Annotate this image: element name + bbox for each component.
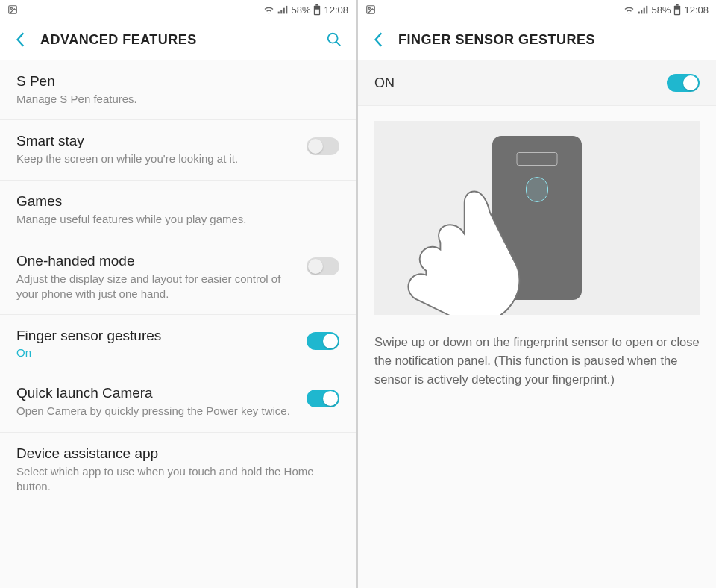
- svg-rect-15: [644, 7, 645, 13]
- wifi-icon: [263, 5, 274, 15]
- svg-point-1: [10, 7, 12, 9]
- search-button[interactable]: [323, 28, 345, 51]
- svg-point-9: [328, 34, 338, 43]
- item-title: Finger sensor gestures: [16, 328, 298, 344]
- svg-rect-16: [647, 5, 648, 13]
- item-title: Games: [16, 193, 330, 210]
- svg-rect-13: [638, 11, 640, 13]
- svg-rect-4: [283, 7, 285, 13]
- svg-rect-3: [281, 10, 283, 13]
- battery-percent: 58%: [651, 4, 671, 16]
- item-sub: Manage useful features while you play ga…: [16, 212, 330, 227]
- back-button[interactable]: [10, 29, 31, 50]
- item-sub: Adjust the display size and layout for e…: [16, 272, 298, 302]
- toggle-one-handed[interactable]: [307, 257, 339, 275]
- svg-rect-5: [286, 5, 288, 13]
- item-sub: Open Camera by quickly pressing the Powe…: [16, 404, 298, 419]
- svg-line-10: [336, 42, 341, 46]
- status-bar: 58% 12:08: [358, 0, 716, 19]
- battery-icon: [673, 4, 681, 16]
- item-s-pen[interactable]: S Pen Manage S Pen features.: [0, 60, 356, 120]
- screen-finger-sensor-gestures: 58% 12:08 FINGER SENSOR GESTURES ON S: [358, 0, 716, 588]
- gesture-description: Swipe up or down on the fingerprint sens…: [358, 322, 716, 398]
- status-bar: 58% 12:08: [0, 0, 356, 19]
- item-sub: Select which app to use when you touch a…: [16, 464, 330, 495]
- back-button[interactable]: [368, 29, 389, 50]
- item-one-handed-mode[interactable]: One-handed mode Adjust the display size …: [0, 240, 356, 316]
- item-sub: Manage S Pen features.: [16, 92, 330, 107]
- toggle-master[interactable]: [667, 74, 700, 92]
- picture-icon: [365, 4, 376, 15]
- master-toggle-row[interactable]: ON: [358, 60, 716, 106]
- header: ADVANCED FEATURES: [0, 19, 356, 60]
- header: FINGER SENSOR GESTURES: [358, 19, 716, 60]
- item-sub: Keep the screen on while you're looking …: [16, 151, 298, 166]
- item-title: Quick launch Camera: [16, 385, 298, 401]
- battery-icon: [313, 4, 321, 16]
- wifi-icon: [624, 5, 635, 15]
- signal-icon: [638, 5, 648, 15]
- picture-icon: [7, 4, 18, 15]
- svg-rect-2: [278, 11, 280, 13]
- svg-rect-19: [676, 9, 680, 13]
- svg-point-12: [368, 7, 370, 9]
- item-device-assistance-app[interactable]: Device assistance app Select which app t…: [0, 433, 356, 507]
- item-status: On: [16, 346, 298, 359]
- clock: 12:08: [324, 4, 348, 16]
- battery-percent: 58%: [291, 4, 310, 16]
- item-title: Device assistance app: [16, 445, 330, 462]
- detail-content: ON Swipe up or down on the fingerprint s…: [358, 60, 716, 588]
- item-quick-launch-camera[interactable]: Quick launch Camera Open Camera by quick…: [0, 372, 356, 432]
- on-label: ON: [374, 75, 667, 91]
- item-games[interactable]: Games Manage useful features while you p…: [0, 181, 356, 240]
- signal-icon: [277, 5, 288, 15]
- svg-rect-8: [315, 9, 320, 13]
- hand-icon: [389, 181, 531, 315]
- screen-advanced-features: 58% 12:08 ADVANCED FEATURES S Pen Manage…: [0, 0, 358, 588]
- page-title: FINGER SENSOR GESTURES: [398, 32, 706, 48]
- svg-rect-18: [676, 4, 679, 6]
- toggle-finger-sensor[interactable]: [307, 332, 339, 350]
- settings-list[interactable]: S Pen Manage S Pen features. Smart stay …: [0, 60, 356, 588]
- toggle-smart-stay[interactable]: [307, 137, 339, 155]
- page-title: ADVANCED FEATURES: [40, 32, 323, 48]
- item-title: Smart stay: [16, 133, 298, 149]
- item-title: One-handed mode: [16, 253, 298, 269]
- item-smart-stay[interactable]: Smart stay Keep the screen on while you'…: [0, 120, 356, 180]
- item-title: S Pen: [16, 73, 330, 90]
- clock: 12:08: [684, 4, 709, 16]
- svg-rect-14: [641, 10, 643, 13]
- gesture-illustration: [374, 121, 700, 315]
- item-finger-sensor-gestures[interactable]: Finger sensor gestures On: [0, 315, 356, 372]
- svg-rect-7: [316, 4, 318, 6]
- toggle-quick-launch-camera[interactable]: [307, 390, 339, 407]
